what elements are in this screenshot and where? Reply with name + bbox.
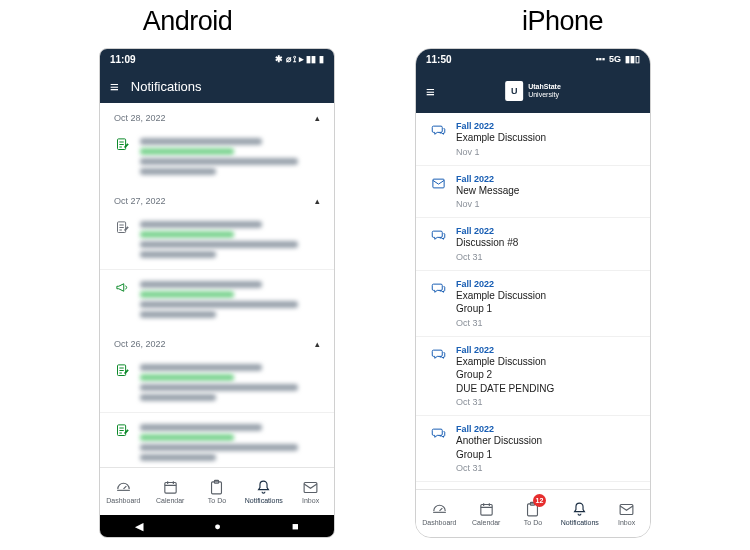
battery-icon: ▮▮▯ xyxy=(625,54,640,64)
android-system-nav: ◀ ● ■ xyxy=(100,515,334,537)
discussion-icon xyxy=(430,345,446,408)
page-title: Notifications xyxy=(131,79,202,94)
date-header[interactable]: Oct 26, 2022▴ xyxy=(100,329,334,353)
discussion-icon xyxy=(430,226,446,262)
back-button[interactable]: ◀ xyxy=(135,520,143,533)
status-icons: ▪▪▪ 5G ▮▮▯ xyxy=(595,54,640,64)
tab-inbox[interactable]: Inbox xyxy=(287,468,334,515)
notification-date: Oct 31 xyxy=(456,318,636,328)
notification-item[interactable] xyxy=(100,353,334,412)
notification-item[interactable]: Fall 2022 Example Discussion Group 1 Oct… xyxy=(416,270,650,336)
tab-calendar[interactable]: Calendar xyxy=(147,468,194,515)
notification-item[interactable]: Fall 2022 Another Discussion Group 1 Oct… xyxy=(416,415,650,481)
notification-item[interactable]: Fall 2022 Example Discussion Nov 1 xyxy=(416,113,650,165)
notification-subtitle: Group 1 xyxy=(456,448,636,462)
notification-item[interactable] xyxy=(100,269,334,329)
iphone-app-header: ≡ U UtahState University xyxy=(416,69,650,113)
notification-item[interactable]: Fall 2022 Discussion #8 Oct 31 xyxy=(416,217,650,270)
note-icon xyxy=(114,361,130,404)
network-label: 5G xyxy=(609,54,621,64)
android-bottom-nav: Dashboard Calendar To Do Notifications I… xyxy=(100,467,334,515)
notification-title: Another Discussion xyxy=(456,434,636,448)
notification-title: Discussion #8 xyxy=(456,236,636,250)
iphone-label: iPhone xyxy=(375,6,750,37)
megaphone-icon xyxy=(114,278,130,321)
brand-logo: U xyxy=(505,81,523,101)
tab-dashboard[interactable]: Dashboard xyxy=(416,490,463,537)
tab-label: Notifications xyxy=(561,519,599,526)
notification-item[interactable]: Fall 2022 31 Oct. Session Summary Oct 31 xyxy=(416,481,650,489)
iphone-status-bar: 11:50 ▪▪▪ 5G ▮▮▯ xyxy=(416,49,650,69)
menu-icon[interactable]: ≡ xyxy=(110,79,119,94)
course-label: Fall 2022 xyxy=(456,279,636,289)
badge: 12 xyxy=(533,494,547,507)
brand: U UtahState University xyxy=(505,81,561,101)
menu-icon[interactable]: ≡ xyxy=(426,84,435,99)
notification-item[interactable] xyxy=(100,412,334,467)
tab-label: Inbox xyxy=(618,519,635,526)
tab-notifications[interactable]: Notifications xyxy=(240,468,287,515)
tab-inbox[interactable]: Inbox xyxy=(603,490,650,537)
course-label: Fall 2022 xyxy=(456,174,636,184)
note-icon xyxy=(114,135,130,178)
android-phone: 11:09 ✱ ⌀ ⟟ ▸ ▮▮ ▮ ≡ Notifications Oct 2… xyxy=(99,48,335,538)
android-notification-list[interactable]: Oct 28, 2022▴ Oct 27, 2022▴ xyxy=(100,103,334,467)
status-time: 11:50 xyxy=(426,54,452,65)
notification-item[interactable]: Fall 2022 New Message Nov 1 xyxy=(416,165,650,218)
android-status-bar: 11:09 ✱ ⌀ ⟟ ▸ ▮▮ ▮ xyxy=(100,49,334,69)
status-time: 11:09 xyxy=(110,54,136,65)
tab-label: Notifications xyxy=(245,497,283,504)
chevron-up-icon: ▴ xyxy=(315,113,320,123)
notification-title: Example Discussion xyxy=(456,355,636,369)
signal-icon: ▪▪▪ xyxy=(595,54,605,64)
recent-button[interactable]: ■ xyxy=(292,520,299,532)
note-icon xyxy=(114,218,130,261)
discussion-icon xyxy=(430,279,446,328)
tab-to-do[interactable]: To Do xyxy=(194,468,241,515)
brand-text: UtahState University xyxy=(528,83,561,98)
tab-notifications[interactable]: Notifications xyxy=(556,490,603,537)
iphone-phone: 11:50 ▪▪▪ 5G ▮▮▯ ≡ U UtahState Universit… xyxy=(415,48,651,538)
course-label: Fall 2022 xyxy=(456,226,636,236)
course-label: Fall 2022 xyxy=(456,424,636,434)
course-label: Fall 2022 xyxy=(456,345,636,355)
notification-date: Oct 31 xyxy=(456,463,636,473)
iphone-bottom-nav: Dashboard Calendar 12 To Do Notification… xyxy=(416,489,650,537)
android-label: Android xyxy=(0,6,375,37)
tab-label: Dashboard xyxy=(422,519,456,526)
tab-calendar[interactable]: Calendar xyxy=(463,490,510,537)
platform-labels: Android iPhone xyxy=(0,6,750,37)
notification-subtitle: Group 1 xyxy=(456,302,636,316)
notification-item[interactable] xyxy=(100,210,334,269)
notification-date: Nov 1 xyxy=(456,147,636,157)
notification-item[interactable] xyxy=(100,127,334,186)
notification-item[interactable]: Fall 2022 Example Discussion Group 2 DUE… xyxy=(416,336,650,416)
notification-title: New Message xyxy=(456,184,636,198)
notification-title: Example Discussion xyxy=(456,289,636,303)
tab-label: To Do xyxy=(208,497,226,504)
status-icons: ✱ ⌀ ⟟ ▸ ▮▮ ▮ xyxy=(275,54,324,65)
course-label: Fall 2022 xyxy=(456,121,636,131)
tab-dashboard[interactable]: Dashboard xyxy=(100,468,147,515)
tab-to-do[interactable]: 12 To Do xyxy=(510,490,557,537)
home-button[interactable]: ● xyxy=(214,520,221,532)
tab-label: Calendar xyxy=(156,497,184,504)
discussion-icon xyxy=(430,424,446,473)
tab-label: To Do xyxy=(524,519,542,526)
android-app-header: ≡ Notifications xyxy=(100,69,334,103)
notification-subtitle: Group 2 xyxy=(456,368,636,382)
notification-date: Oct 31 xyxy=(456,252,636,262)
discussion-icon xyxy=(430,121,446,157)
chevron-up-icon: ▴ xyxy=(315,339,320,349)
iphone-notification-list[interactable]: Fall 2022 Example Discussion Nov 1 Fall … xyxy=(416,113,650,489)
notification-date: Oct 31 xyxy=(456,397,636,407)
tab-label: Calendar xyxy=(472,519,500,526)
note-icon xyxy=(114,421,130,464)
tab-label: Dashboard xyxy=(106,497,140,504)
notification-date: Nov 1 xyxy=(456,199,636,209)
notification-title: Example Discussion xyxy=(456,131,636,145)
notification-subtitle: DUE DATE PENDING xyxy=(456,382,636,396)
phones-container: 11:09 ✱ ⌀ ⟟ ▸ ▮▮ ▮ ≡ Notifications Oct 2… xyxy=(0,48,750,548)
date-header[interactable]: Oct 28, 2022▴ xyxy=(100,103,334,127)
date-header[interactable]: Oct 27, 2022▴ xyxy=(100,186,334,210)
